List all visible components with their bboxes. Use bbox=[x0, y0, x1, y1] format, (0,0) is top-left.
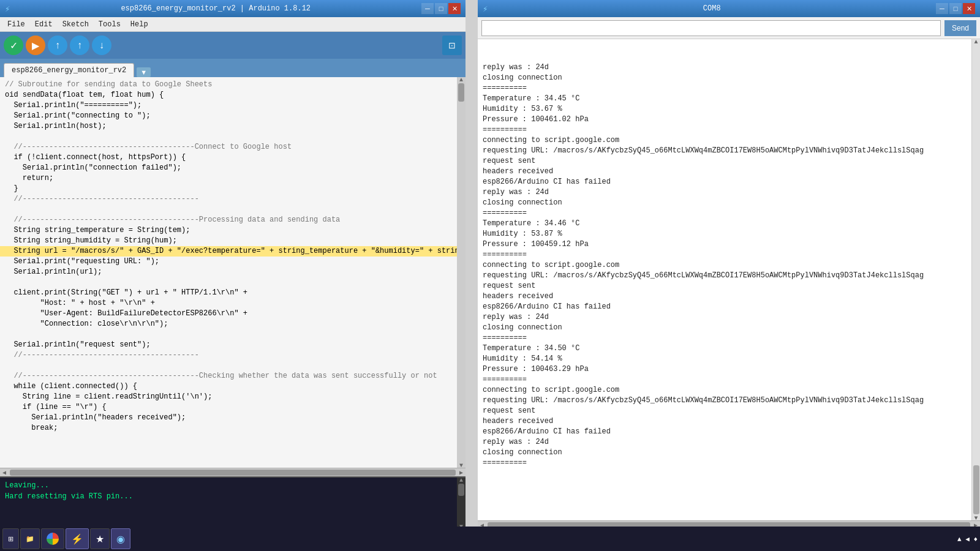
com-output-line: headers received bbox=[483, 167, 967, 177]
app5-icon: ★ bbox=[96, 533, 104, 545]
com-logo: ⚡ bbox=[483, 4, 488, 14]
chrome-icon bbox=[47, 533, 59, 545]
code-line bbox=[0, 132, 457, 142]
com-close-button[interactable]: ✕ bbox=[963, 3, 975, 14]
code-line: //--------------------------------------… bbox=[0, 142, 457, 152]
serial-monitor-button[interactable]: ⊡ bbox=[442, 36, 462, 55]
taskbar: ⊞ 📁 ⚡ ★ ◉ ▲ ◀ ♦ bbox=[0, 527, 980, 551]
com-output-line: ========== bbox=[483, 208, 967, 219]
com-input-bar: Send bbox=[478, 17, 980, 39]
code-line: oid sendData(float tem, float hum) { bbox=[0, 90, 457, 100]
code-line: if (!client.connect(host, httpsPort)) { bbox=[0, 152, 457, 163]
app6-button[interactable]: ◉ bbox=[111, 528, 130, 549]
com-output-line: reply was : 24d bbox=[483, 312, 967, 323]
tab-dropdown[interactable]: ▼ bbox=[137, 67, 151, 77]
code-line bbox=[0, 361, 457, 371]
send-button[interactable]: Send bbox=[944, 20, 976, 36]
code-line: // Subroutine for sending data to Google… bbox=[0, 80, 457, 90]
com-output-line: Pressure : 100463.29 hPa bbox=[483, 364, 967, 375]
menu-tools[interactable]: Tools bbox=[94, 19, 126, 30]
com-output-line: requesting URL: /macros/s/AKfycbzSyQ45_o… bbox=[483, 271, 967, 281]
code-line: //--------------------------------------… bbox=[0, 371, 457, 381]
com-minimize-button[interactable]: ─ bbox=[936, 3, 948, 14]
code-line: "Host: " + host + "\r\n" + bbox=[0, 298, 457, 309]
code-line: Serial.print("requesting URL: "); bbox=[0, 257, 457, 267]
minimize-button[interactable]: ─ bbox=[421, 3, 434, 14]
code-line bbox=[0, 204, 457, 215]
console-line: Hard resetting via RTS pin... bbox=[5, 491, 452, 502]
start-button[interactable]: ⊞ bbox=[2, 528, 19, 549]
app5-button[interactable]: ★ bbox=[90, 528, 110, 549]
system-icons: ▲ ◀ ♦ bbox=[957, 535, 978, 543]
com-vscroll[interactable]: ▲ ▼ bbox=[971, 39, 980, 520]
code-editor[interactable]: // Subroutine for sending data to Google… bbox=[0, 77, 457, 468]
console-vscroll[interactable]: ▲ ▼ bbox=[457, 478, 466, 529]
file-explorer-button[interactable]: 📁 bbox=[20, 528, 40, 549]
menu-sketch[interactable]: Sketch bbox=[58, 19, 94, 30]
maximize-button[interactable]: □ bbox=[435, 3, 447, 14]
console-line: Leaving... bbox=[5, 480, 452, 491]
com-output-line: reply was : 24d bbox=[483, 437, 967, 448]
com-output-line: ========== bbox=[483, 83, 967, 94]
code-line: //--------------------------------------… bbox=[0, 215, 457, 225]
com-output-line: requesting URL: /macros/s/AKfycbzSyQ45_o… bbox=[483, 146, 967, 156]
com-scroll-thumb[interactable] bbox=[973, 465, 979, 514]
tab-main[interactable]: esp8266_energy_monitor_rv2 bbox=[4, 63, 134, 77]
com-input-field[interactable] bbox=[481, 20, 941, 36]
close-button[interactable]: ✕ bbox=[448, 3, 461, 14]
code-line: //--------------------------------------… bbox=[0, 194, 457, 204]
horizontal-scrollbar[interactable]: ◀ ▶ bbox=[0, 468, 466, 476]
menu-help[interactable]: Help bbox=[126, 19, 153, 30]
com-output-line: headers received bbox=[483, 291, 967, 302]
code-line: } bbox=[0, 184, 457, 194]
chrome-button[interactable] bbox=[41, 528, 64, 549]
com-maximize-button[interactable]: □ bbox=[949, 3, 962, 14]
verify-button[interactable]: ✓ bbox=[4, 36, 23, 55]
code-line: "Connection: close\r\n\r\n"); bbox=[0, 319, 457, 329]
windows-icon: ⊞ bbox=[8, 535, 13, 543]
code-line: "User-Agent: BuildFailureDetectorESP8266… bbox=[0, 309, 457, 319]
code-line: while (client.connected()) { bbox=[0, 381, 457, 392]
com-output-line: closing connection bbox=[483, 198, 967, 208]
code-line: client.print(String("GET ") + url + " HT… bbox=[0, 288, 457, 298]
com-output-line: Temperature : 34.45 °C bbox=[483, 94, 967, 104]
vertical-scrollbar[interactable]: ▲ ▼ bbox=[457, 77, 466, 468]
code-line: String line = client.readStringUntil('\n… bbox=[0, 392, 457, 402]
com-output-line: ========== bbox=[483, 250, 967, 260]
com-output-line: connecting to script.google.com bbox=[483, 135, 967, 146]
code-line: Serial.println("=========="); bbox=[0, 100, 457, 111]
com-output-line: request sent bbox=[483, 281, 967, 291]
com-title: COM8 bbox=[488, 4, 936, 13]
com-output-line: esp8266/Arduino CI has failed bbox=[483, 177, 967, 187]
com-output-line: closing connection bbox=[483, 323, 967, 333]
code-line: Serial.println(url); bbox=[0, 267, 457, 277]
menu-edit[interactable]: Edit bbox=[30, 19, 58, 30]
app6-icon: ◉ bbox=[116, 533, 125, 545]
com-output-line: connecting to script.google.com bbox=[483, 260, 967, 271]
code-line: //--------------------------------------… bbox=[0, 350, 457, 361]
code-line: return; bbox=[0, 173, 457, 184]
arduino-title-bar: ⚡ esp8266_energy_monitor_rv2 | Arduino 1… bbox=[0, 0, 466, 17]
com-output-line: reply was : 24d bbox=[483, 187, 967, 198]
arduino-logo: ⚡ bbox=[5, 4, 10, 14]
new-button[interactable]: ↑ bbox=[48, 36, 67, 55]
code-line: String string_temperature = String(tem); bbox=[0, 225, 457, 236]
menu-bar: File Edit Sketch Tools Help bbox=[0, 17, 466, 32]
com-output-line: requesting URL: /macros/s/AKfycbzSyQ45_o… bbox=[483, 395, 967, 406]
console-scroll-thumb[interactable] bbox=[458, 484, 464, 496]
arduino-taskbar-button[interactable]: ⚡ bbox=[66, 528, 89, 549]
tab-label: esp8266_energy_monitor_rv2 bbox=[12, 66, 126, 75]
save-button[interactable]: ↓ bbox=[92, 36, 111, 55]
arduino-window: ⚡ esp8266_energy_monitor_rv2 | Arduino 1… bbox=[0, 0, 466, 551]
com-output-line: esp8266/Arduino CI has failed bbox=[483, 427, 967, 437]
scrollbar-thumb[interactable] bbox=[458, 83, 464, 102]
menu-file[interactable]: File bbox=[2, 19, 30, 30]
toolbar: ✓ ▶ ↑ ↑ ↓ ⊡ bbox=[0, 32, 466, 59]
com-output-line: Pressure : 100459.12 hPa bbox=[483, 239, 967, 250]
com-output-line: Humidity : 53.67 % bbox=[483, 104, 967, 114]
tab-bar: esp8266_energy_monitor_rv2 ▼ bbox=[0, 59, 466, 77]
com-output: reply was : 24dclosing connection=======… bbox=[478, 39, 971, 520]
upload-button[interactable]: ▶ bbox=[26, 36, 45, 55]
h-scrollbar-thumb[interactable] bbox=[10, 470, 456, 476]
open-button[interactable]: ↑ bbox=[70, 36, 89, 55]
